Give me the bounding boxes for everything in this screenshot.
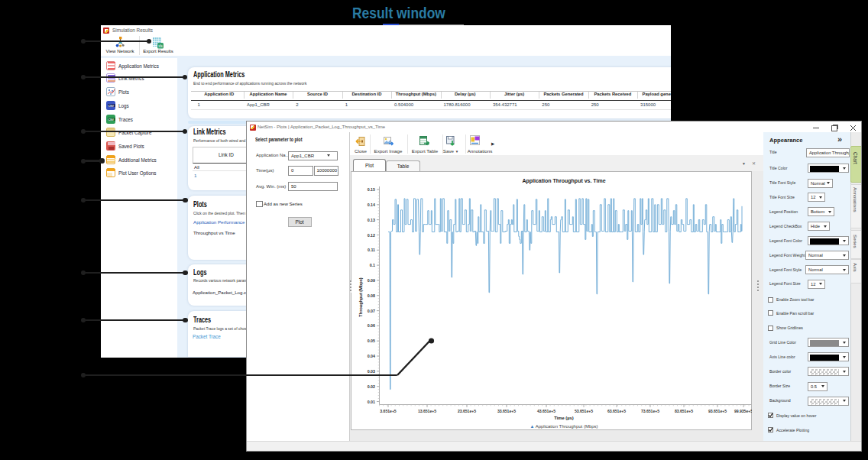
svg-text:93.651e+5: 93.651e+5 [708, 409, 727, 413]
svg-text:0.02: 0.02 [368, 384, 375, 389]
svg-text:0.12: 0.12 [368, 233, 375, 238]
svg-text:73.651e+5: 73.651e+5 [641, 409, 659, 413]
svg-text:13.651e+5: 13.651e+5 [418, 409, 436, 413]
svg-text:0.06: 0.06 [368, 323, 375, 328]
svg-text:0.04: 0.04 [368, 354, 375, 358]
svg-text:63.651e+5: 63.651e+5 [607, 409, 626, 413]
svg-text:0.01: 0.01 [368, 400, 375, 404]
svg-text:0.03: 0.03 [368, 369, 375, 374]
svg-text:xls: xls [158, 44, 163, 48]
svg-text:23.651e+5: 23.651e+5 [458, 409, 476, 413]
svg-text:0.1: 0.1 [370, 263, 375, 267]
svg-text:83.651e+5: 83.651e+5 [675, 409, 693, 413]
svg-text:Time (µs): Time (µs) [554, 416, 574, 420]
svg-text:3.651e+5: 3.651e+5 [380, 409, 397, 413]
svg-text:Throughput (Mbps): Throughput (Mbps) [358, 277, 363, 316]
svg-text:43.651e+5: 43.651e+5 [537, 409, 555, 413]
svg-text:0.05: 0.05 [368, 339, 375, 343]
svg-text:33.651e+5: 33.651e+5 [497, 409, 516, 413]
svg-text:0.15: 0.15 [368, 187, 375, 192]
svg-text:0.09: 0.09 [368, 278, 375, 283]
svg-text:0.11: 0.11 [368, 248, 375, 252]
svg-text:▲ Application Throughput (Mbps: ▲ Application Throughput (Mbps) [530, 424, 598, 429]
svg-text:53.651e+5: 53.651e+5 [575, 409, 593, 413]
svg-text:0.13: 0.13 [368, 218, 375, 222]
svg-text:99.935e+5: 99.935e+5 [734, 409, 752, 413]
svg-text:Application Throughput vs. Tim: Application Throughput vs. Time [522, 178, 605, 184]
svg-text:0.08: 0.08 [368, 293, 375, 298]
svg-text:0.14: 0.14 [368, 202, 375, 207]
svg-text:0.07: 0.07 [368, 309, 375, 313]
